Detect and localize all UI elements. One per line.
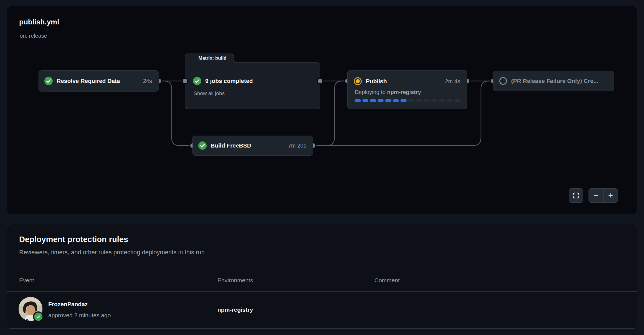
workflow-edges-canvas <box>7 6 637 215</box>
rules-subtitle: Reviewers, timers, and other rules prote… <box>19 249 205 256</box>
progress-segment <box>447 99 453 102</box>
zoom-out-button[interactable]: − <box>589 189 603 202</box>
matrix-summary-row[interactable]: 9 jobs completed <box>193 77 253 85</box>
check-circle-icon <box>193 77 201 85</box>
progress-segment <box>416 99 422 102</box>
zoom-in-button[interactable]: + <box>603 189 618 202</box>
row-environment: npm-registry <box>217 306 253 313</box>
progress-segment <box>431 99 437 102</box>
job-node-publish[interactable]: Publish 2m 4s Deploying to npm-registry <box>347 70 467 109</box>
table-header-divider <box>7 291 637 292</box>
column-header-event: Event <box>19 277 34 284</box>
deploy-progress <box>348 95 467 102</box>
deploy-status-line: Deploying to npm-registry <box>348 85 467 95</box>
matrix-summary: 9 jobs completed <box>205 78 253 84</box>
column-header-comment: Comment <box>374 277 400 284</box>
reviewer-name: FrozenPandaz <box>48 301 88 308</box>
pending-circle-icon <box>499 77 507 85</box>
column-header-environments: Environments <box>217 277 253 284</box>
check-icon <box>36 314 41 319</box>
check-circle-icon <box>198 141 207 150</box>
workflow-graph-card: publish.yml on: release Matrix: build <box>7 6 637 214</box>
rules-title: Deployment protection rules <box>19 235 128 244</box>
graph-controls: − + <box>569 188 618 203</box>
approved-check-badge <box>33 311 44 322</box>
matrix-tab-label: Matrix: build <box>193 55 232 61</box>
deployment-protection-rules-card: Deployment protection rules Reviewers, t… <box>7 224 637 329</box>
job-duration: 7m 20s <box>288 143 306 149</box>
progress-segment <box>362 99 369 102</box>
job-title: Publish <box>366 78 387 85</box>
in-progress-icon <box>354 77 362 85</box>
zoom-control: − + <box>589 188 618 203</box>
progress-segment <box>355 99 361 102</box>
progress-segment <box>408 99 414 102</box>
progress-segment <box>400 99 407 102</box>
avatar <box>19 297 42 321</box>
job-title: Build FreeBSD <box>211 142 251 149</box>
progress-segment <box>454 99 460 102</box>
show-all-jobs-link[interactable]: Show all jobs <box>194 90 225 97</box>
job-node-pr-release-failure[interactable]: (PR Release Failure Only) Cre... <box>493 71 614 91</box>
job-title: Resolve Required Data <box>57 78 120 84</box>
job-duration: 24s <box>143 78 152 84</box>
reviewer-action: approved 2 minutes ago <box>48 312 111 319</box>
progress-segment <box>370 99 376 102</box>
job-duration: 2m 4s <box>445 78 460 85</box>
progress-segment <box>393 99 399 102</box>
deploy-prefix: Deploying to <box>355 89 387 95</box>
progress-segment <box>385 99 391 102</box>
check-circle-icon <box>44 77 53 85</box>
progress-segment <box>439 99 445 102</box>
progress-segment <box>378 99 384 102</box>
dot-matrix-in <box>182 78 188 84</box>
progress-segment <box>424 99 430 102</box>
job-title: (PR Release Failure Only) Cre... <box>511 78 598 84</box>
dot-matrix-out <box>317 78 323 84</box>
job-node-build-freebsd[interactable]: Build FreeBSD 7m 20s <box>192 136 313 156</box>
fullscreen-button[interactable] <box>569 188 583 203</box>
fullscreen-icon <box>572 192 580 199</box>
deploy-target: npm-registry <box>387 89 421 95</box>
job-node-resolve-required-data[interactable]: Resolve Required Data 24s <box>39 70 159 92</box>
